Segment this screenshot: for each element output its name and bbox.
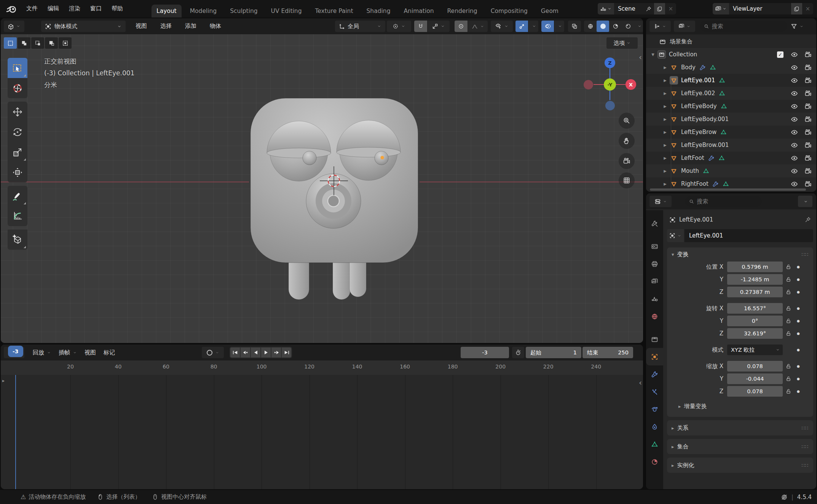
scene-name[interactable]: Scene [614, 5, 643, 12]
visibility-dropdown[interactable] [491, 21, 513, 32]
scene-collection-row[interactable]: 场景集合 [646, 35, 816, 48]
panel-grip-icon[interactable]: ∷∷ [801, 252, 809, 257]
workspace-tab[interactable]: Geom [536, 5, 560, 18]
proportional-falloff-dropdown[interactable] [468, 21, 488, 32]
field-value[interactable]: 0.5796 m [727, 262, 783, 272]
snap-toggle[interactable] [414, 21, 427, 32]
object-expand-icon[interactable]: ▸ [662, 116, 668, 123]
pivot-point-dropdown[interactable] [387, 21, 411, 32]
object-render-icon[interactable] [804, 90, 812, 97]
animate-dot-button[interactable]: ● [794, 306, 803, 310]
tool-cursor[interactable] [8, 78, 27, 98]
playhead-pill[interactable]: -3 [8, 346, 23, 357]
outliner-search-input[interactable] [712, 23, 783, 30]
field-value[interactable]: -1.2485 m [727, 274, 783, 285]
zoom-button[interactable] [619, 113, 635, 129]
viewport-menu-item[interactable]: 视图 [132, 21, 151, 32]
object-expand-icon[interactable]: ▸ [662, 90, 668, 97]
object-render-icon[interactable] [804, 129, 812, 136]
outliner-object-row[interactable]: ▸ LeftEyeBody [646, 100, 816, 113]
sidebar-collapse-arrow[interactable]: ‹ [639, 53, 642, 62]
transform-panel-header[interactable]: ▾ 变换 ∷∷ [667, 247, 813, 261]
mode-dropdown[interactable]: 物体模式 [41, 21, 126, 32]
object-hide-icon[interactable] [791, 77, 798, 84]
camera-view-button[interactable] [619, 153, 635, 169]
delta-transform-subpanel[interactable]: ▸增量变换 [678, 400, 813, 412]
tab-tool[interactable] [646, 215, 663, 232]
prev-keyframe-button[interactable] [241, 348, 250, 357]
lock-icon[interactable] [783, 330, 794, 337]
field-value[interactable]: 0.078 [727, 386, 783, 397]
field-value[interactable]: 32.619° [727, 328, 783, 339]
new-scene-button[interactable] [654, 3, 665, 14]
viewport-menu-item[interactable]: 物体 [206, 21, 225, 32]
tab-constraints[interactable] [646, 418, 663, 435]
object-render-icon[interactable] [804, 167, 812, 175]
collection-hide-icon[interactable] [791, 51, 798, 58]
properties-search[interactable] [685, 196, 761, 207]
lock-icon[interactable] [783, 289, 794, 295]
outliner-scrollbar[interactable] [650, 188, 806, 191]
animate-dot-button[interactable]: ● [794, 290, 803, 294]
jump-to-end-button[interactable] [282, 348, 291, 357]
tool-box-select[interactable] [8, 58, 27, 78]
outliner-object-row[interactable]: ▸ LeftEyeBody.001 [646, 113, 816, 126]
timeline-menu-item[interactable]: 标记 [100, 347, 119, 358]
workspace-tab[interactable]: Layout [152, 5, 182, 18]
object-hide-icon[interactable] [791, 167, 798, 175]
animate-dot-button[interactable]: ● [794, 389, 803, 393]
pan-hand-button[interactable] [619, 133, 635, 149]
channel-expand-arrow[interactable]: ▸ [2, 378, 5, 383]
properties-options-dropdown[interactable] [798, 196, 812, 207]
lock-icon[interactable] [783, 388, 794, 394]
tab-object[interactable] [646, 348, 663, 365]
tab-view-layer[interactable] [646, 273, 663, 290]
collection-checkbox[interactable]: ✓ [777, 51, 783, 58]
play-button[interactable] [261, 348, 271, 357]
topbar-menu-item[interactable]: 帮助 [107, 3, 128, 14]
animate-dot-button[interactable]: ● [794, 348, 803, 352]
frame-end-field[interactable]: 结束250 [582, 347, 633, 358]
object-render-icon[interactable] [804, 77, 812, 84]
shading-wireframe-button[interactable] [584, 21, 597, 32]
timeline-ruler[interactable]: 20406080100120140160180200220240 [1, 360, 643, 375]
select-mode-intersect-button[interactable] [59, 37, 72, 49]
field-value[interactable]: XYZ 欧拉 [727, 345, 783, 355]
xray-toggle[interactable] [568, 21, 581, 32]
panel-grip-icon[interactable]: ∷∷ [801, 425, 809, 431]
gizmo-axis-z-neg[interactable] [605, 101, 615, 110]
tab-object-data[interactable] [646, 435, 663, 453]
transform-orientation-dropdown[interactable]: 全局 [335, 21, 385, 32]
object-hide-icon[interactable] [791, 155, 798, 162]
viewlayer-browse-button[interactable] [713, 3, 729, 14]
workspace-tab[interactable]: Shading [362, 5, 396, 18]
outliner-filter-id-button[interactable] [674, 21, 695, 32]
object-expand-icon[interactable]: ▸ [662, 77, 668, 84]
frame-start-field[interactable]: 起始1 [526, 347, 581, 358]
animate-dot-button[interactable]: ● [794, 377, 803, 381]
topbar-menu-item[interactable]: 渲染 [64, 3, 85, 14]
viewport-menu-item[interactable]: 添加 [181, 21, 200, 32]
timeline-menu-item[interactable]: 回放 [29, 347, 55, 358]
field-value[interactable]: 0° [727, 316, 783, 326]
outliner-object-row[interactable]: ▸ LeftEyeBrow.001 [646, 139, 816, 152]
field-value[interactable]: 0.078 [727, 361, 783, 372]
workspace-tab[interactable]: Compositing [486, 5, 533, 18]
pin-scene-icon[interactable] [643, 3, 654, 14]
collection-row[interactable]: ▾ Collection ✓ [646, 48, 816, 61]
viewport-menu-item[interactable]: 选择 [156, 21, 176, 32]
use-preview-range-toggle[interactable] [512, 347, 524, 358]
timeline-grid[interactable]: ▸ [1, 375, 643, 489]
blender-logo-icon[interactable] [5, 3, 18, 15]
viewport-options-button[interactable]: 选项 [606, 37, 638, 49]
overlays-dropdown[interactable] [554, 21, 564, 32]
object-hide-icon[interactable] [791, 90, 798, 97]
shading-solid-button[interactable] [597, 21, 609, 32]
viewlayer-name[interactable]: ViewLayer [729, 5, 791, 12]
lock-icon[interactable] [783, 376, 794, 382]
object-render-icon[interactable] [804, 142, 812, 149]
lock-icon[interactable] [783, 318, 794, 324]
outliner-object-row[interactable]: ▸ LeftFoot [646, 152, 816, 164]
workspace-tab[interactable]: UV Editing [266, 5, 307, 18]
object-hide-icon[interactable] [791, 129, 798, 136]
